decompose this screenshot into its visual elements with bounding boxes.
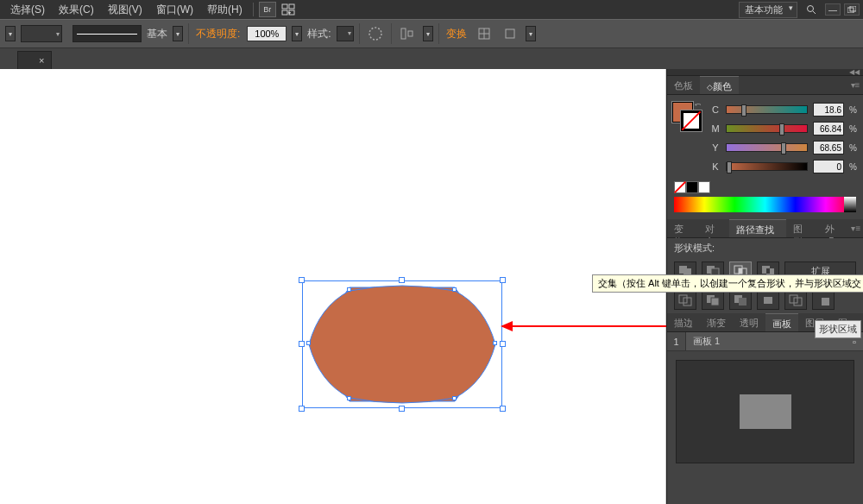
yellow-input[interactable]: [813, 141, 844, 154]
color-panel-tabs: 色板 ◇颜色 ▾≡: [667, 76, 863, 95]
tab-transform[interactable]: 变换: [667, 219, 698, 237]
svg-rect-31: [764, 297, 772, 304]
workspace-dropdown[interactable]: 基本功能: [739, 2, 797, 18]
top-menubar: 选择(S) 效果(C) 视图(V) 窗口(W) 帮助(H) Br ▾ 基本功能 …: [0, 0, 863, 19]
isolate-icon[interactable]: [500, 23, 520, 44]
document-tab-bar: ×: [0, 48, 863, 69]
yellow-slider[interactable]: [726, 143, 808, 152]
fill-dropdown-arrow[interactable]: ▾: [5, 26, 16, 41]
artboard-index: 1: [667, 332, 686, 350]
svg-rect-28: [711, 298, 719, 306]
black-swatch[interactable]: [686, 181, 698, 193]
resize-handle-tc[interactable]: [399, 277, 405, 283]
menu-help[interactable]: 帮助(H): [200, 3, 249, 17]
anchor-point[interactable]: [452, 396, 457, 400]
tab-stroke[interactable]: 描边: [667, 313, 700, 331]
search-icon[interactable]: [803, 2, 820, 17]
stroke-color-swatch[interactable]: [681, 110, 702, 131]
white-swatch[interactable]: [698, 181, 710, 193]
align-arrow[interactable]: ▾: [423, 26, 433, 41]
panel-collapse-bar[interactable]: ◀◀: [667, 69, 863, 76]
anchor-point[interactable]: [452, 287, 457, 292]
tab-artboards[interactable]: 画板: [765, 313, 798, 331]
floating-shape-area-label: 形状区域: [815, 320, 861, 338]
pathfinder-divide-button[interactable]: [674, 291, 696, 310]
pathfinder-trim-button[interactable]: [702, 291, 724, 310]
tab-color[interactable]: ◇颜色: [700, 76, 739, 94]
menu-effect[interactable]: 效果(C): [52, 3, 101, 17]
fill-swatch[interactable]: ▾: [21, 25, 62, 42]
opacity-input[interactable]: [247, 26, 287, 41]
none-swatch[interactable]: [674, 181, 686, 193]
black-input[interactable]: [813, 160, 844, 173]
menu-divider: [253, 3, 254, 16]
document-tab[interactable]: ×: [17, 51, 52, 69]
maximize-button[interactable]: [844, 3, 860, 16]
panel-menu-icon[interactable]: ▾≡: [849, 219, 863, 237]
pathfinder-crop-button[interactable]: [757, 291, 779, 310]
artboards-panel: 1 画板 1 ▫: [667, 332, 863, 504]
anchor-point[interactable]: [493, 341, 497, 345]
magenta-slider[interactable]: [726, 124, 808, 133]
anchor-point[interactable]: [306, 341, 311, 345]
tab-close-icon[interactable]: ×: [39, 55, 44, 66]
color-spectrum[interactable]: [674, 197, 856, 212]
transform-constrain-icon[interactable]: [474, 23, 494, 44]
resize-handle-bl[interactable]: [299, 406, 305, 412]
minimize-button[interactable]: —: [825, 3, 841, 16]
svg-rect-0: [282, 4, 287, 9]
pct-label: %: [849, 124, 858, 134]
swap-fill-stroke-icon[interactable]: ⤺: [695, 100, 702, 109]
transform-arrow[interactable]: ▾: [526, 26, 536, 41]
menu-view[interactable]: 视图(V): [101, 3, 149, 17]
pct-label: %: [849, 105, 858, 115]
align-icon[interactable]: [397, 23, 418, 44]
color-panel: ⤺ C % M % Y: [667, 95, 863, 219]
mini-swatches: [672, 181, 858, 193]
sep: [438, 23, 439, 44]
opacity-arrow[interactable]: ▾: [292, 26, 302, 41]
panel-menu-icon[interactable]: ▾≡: [847, 76, 863, 94]
recolor-icon[interactable]: [365, 23, 386, 44]
black-slider[interactable]: [726, 162, 808, 171]
resize-handle-br[interactable]: [500, 406, 506, 412]
arrange-docs-icon[interactable]: ▾: [280, 2, 297, 17]
resize-handle-tl[interactable]: [299, 277, 305, 283]
canvas-area[interactable]: [0, 69, 666, 504]
magenta-input[interactable]: [813, 122, 844, 135]
magenta-label: M: [710, 123, 721, 134]
shape-mode-label: 形状模式:: [667, 238, 863, 258]
transform-label[interactable]: 变换: [444, 27, 469, 41]
resize-handle-bc[interactable]: [399, 406, 405, 412]
style-swatch[interactable]: ▾: [337, 26, 354, 41]
pathfinder-intersect-tooltip: 交集（按住 Alt 键单击，以创建一个复合形状，并与形状区域交: [592, 274, 863, 293]
pathfinder-merge-button[interactable]: [729, 291, 752, 310]
bridge-icon[interactable]: Br: [259, 2, 276, 17]
tab-align[interactable]: 对齐: [698, 219, 729, 237]
stroke-preview[interactable]: [72, 25, 142, 42]
svg-point-9: [369, 28, 381, 40]
menu-select[interactable]: 选择(S): [3, 3, 52, 17]
tab-graphic[interactable]: 图形: [786, 219, 817, 237]
resize-handle-ml[interactable]: [299, 341, 305, 347]
artboard-preview: [676, 360, 854, 463]
pathfinder-minus-back-button[interactable]: [812, 291, 835, 310]
tab-appearance[interactable]: 外观: [818, 219, 849, 237]
anchor-point[interactable]: [347, 287, 351, 292]
pathfinder-panel-tabs: 变换 对齐 路径查找器 图形 外观 ▾≡: [667, 219, 863, 238]
resize-handle-mr[interactable]: [500, 341, 506, 347]
pathfinder-outline-button[interactable]: [784, 291, 807, 310]
tab-gradient[interactable]: 渐变: [700, 313, 733, 331]
cyan-slider[interactable]: [726, 105, 808, 114]
tab-swatches[interactable]: 色板: [667, 76, 700, 94]
tab-transparency[interactable]: 透明: [733, 313, 765, 331]
cyan-input[interactable]: [813, 103, 844, 117]
svg-rect-1: [289, 4, 294, 9]
menu-window[interactable]: 窗口(W): [149, 3, 200, 17]
anchor-point[interactable]: [347, 396, 351, 400]
svg-rect-15: [506, 29, 514, 38]
selection-bounding-box: [302, 280, 502, 408]
resize-handle-tr[interactable]: [500, 277, 506, 283]
tab-pathfinder[interactable]: 路径查找器: [729, 219, 786, 237]
stroke-style-arrow[interactable]: ▾: [173, 26, 183, 41]
